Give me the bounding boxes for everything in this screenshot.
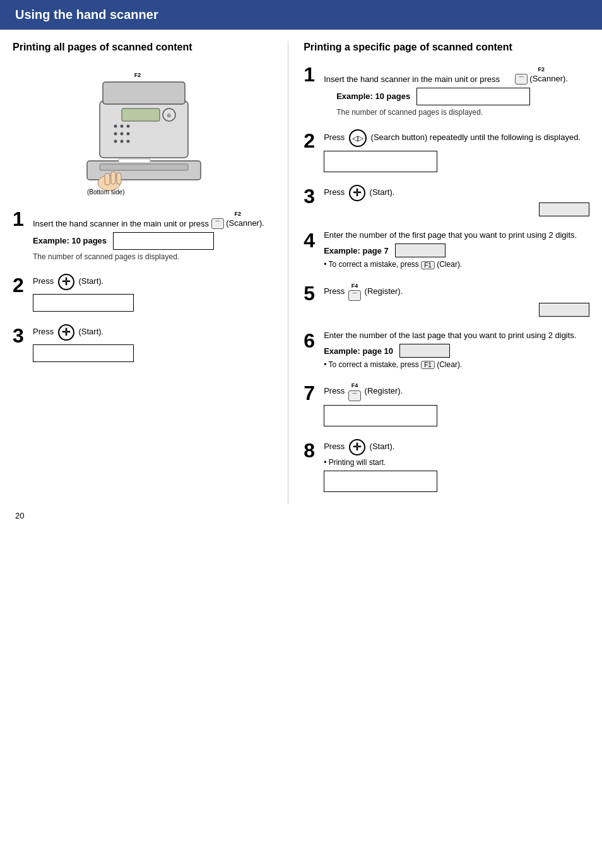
right-step-1-key-label: (Scanner). bbox=[529, 74, 568, 83]
right-step-4-text: Enter the number of the first page that … bbox=[324, 229, 589, 242]
right-f4-key-5: ⌒ bbox=[348, 290, 361, 301]
right-example-page-10: Example: page 10 bbox=[324, 346, 393, 356]
right-step-5-content: Press F4 ⌒ (Register). bbox=[324, 282, 589, 317]
right-step-5-number: 5 bbox=[304, 283, 321, 303]
left-step-2-content: Press ✛ (Start). bbox=[33, 274, 275, 312]
header-bar: Using the hand scanner bbox=[0, 0, 602, 30]
right-step-6-number: 6 bbox=[304, 331, 321, 351]
svg-rect-16 bbox=[100, 164, 188, 170]
right-step-7-text: Press F4 ⌒ (Register). bbox=[324, 382, 589, 401]
right-step-6-example-row: Example: page 10 bbox=[324, 344, 589, 358]
svg-point-8 bbox=[127, 132, 130, 135]
right-f1-key-4: F1 bbox=[421, 261, 435, 269]
right-step-8-text: Press ✛ (Start). bbox=[324, 439, 589, 455]
right-step-5-text: Press F4 ⌒ (Register). bbox=[324, 282, 589, 302]
right-step-7-number: 7 bbox=[304, 383, 321, 403]
left-start-btn-3[interactable]: ✛ bbox=[58, 324, 74, 341]
right-step-8-number: 8 bbox=[304, 440, 321, 460]
right-step-6-clear-label: (Clear). bbox=[437, 360, 462, 369]
right-step-3-text: Press ✛ (Start). bbox=[324, 185, 589, 201]
svg-rect-18 bbox=[105, 173, 110, 185]
right-step-4: 4 Enter the number of the first page tha… bbox=[304, 229, 589, 269]
right-step-7-display bbox=[324, 405, 437, 426]
right-step-2-press-pre: Press bbox=[324, 132, 345, 142]
left-example-10-pages: Example: 10 pages bbox=[33, 236, 107, 245]
right-step-1-text: Insert the hand scanner in the main unit… bbox=[324, 63, 589, 85]
right-step-1-insert-text: Insert the hand scanner in the main unit… bbox=[324, 74, 500, 83]
svg-text:(Bottom side): (Bottom side) bbox=[87, 189, 124, 196]
svg-point-7 bbox=[121, 132, 124, 135]
right-step-4-example-row: Example: page 7 bbox=[324, 243, 589, 257]
left-start-btn-2[interactable]: ✛ bbox=[58, 274, 74, 290]
left-step-1-number: 1 bbox=[13, 209, 30, 229]
right-step-7-content: Press F4 ⌒ (Register). bbox=[324, 382, 589, 426]
right-step-1-number: 1 bbox=[304, 64, 321, 85]
right-step-6-content: Enter the number of the last page that y… bbox=[324, 329, 589, 370]
right-step-4-number: 4 bbox=[304, 230, 321, 250]
right-step-6-bullet-text: To correct a mistake, press bbox=[328, 360, 418, 369]
left-step-3-text: Press ✛ (Start). bbox=[33, 324, 275, 341]
right-step-4-bullet: • To correct a mistake, press F1 (Clear)… bbox=[324, 260, 589, 269]
left-step-2: 2 Press ✛ (Start). bbox=[13, 274, 275, 312]
right-step-4-content: Enter the number of the first page that … bbox=[324, 229, 589, 269]
right-start-btn-3[interactable]: ✛ bbox=[349, 185, 365, 201]
page-footer: 20 bbox=[0, 505, 602, 527]
svg-rect-20 bbox=[117, 173, 121, 184]
svg-point-6 bbox=[114, 132, 117, 135]
right-step-2-number: 2 bbox=[304, 131, 321, 151]
right-step-2-press-post: (Search button) repeatedly until the fol… bbox=[371, 132, 581, 142]
left-step-1-content: Insert the hand scanner in the main unit… bbox=[33, 208, 275, 261]
right-example-10-pages: Example: 10 pages bbox=[336, 91, 410, 101]
right-step-7-register-label: (Register). bbox=[365, 386, 403, 396]
svg-point-4 bbox=[121, 124, 124, 127]
fax-illustration: ⊕ F2 (Bottom side) bbox=[81, 63, 207, 196]
svg-point-10 bbox=[121, 139, 124, 143]
left-step-2-start-label: (Start). bbox=[78, 276, 103, 286]
left-step-3: 3 Press ✛ (Start). bbox=[13, 324, 275, 362]
right-step-3: 3 Press ✛ (Start). bbox=[304, 185, 589, 216]
left-step-3-number: 3 bbox=[13, 326, 30, 346]
right-step-2-content: Press ◁▷ (Search button) repeatedly unti… bbox=[324, 129, 589, 172]
right-step-5: 5 Press F4 ⌒ (Register). bbox=[304, 282, 589, 317]
right-step-1-example-row: Example: 10 pages bbox=[336, 88, 589, 105]
right-step-8-display bbox=[324, 471, 437, 492]
svg-rect-2 bbox=[122, 108, 160, 121]
svg-point-5 bbox=[127, 124, 130, 127]
right-step-7-press: Press bbox=[324, 386, 345, 396]
left-step-2-press: Press bbox=[33, 276, 54, 286]
right-example-page-7: Example: page 7 bbox=[324, 246, 389, 255]
right-step-4-display bbox=[395, 243, 446, 257]
right-step-5-display bbox=[539, 303, 589, 317]
svg-text:⊕: ⊕ bbox=[167, 112, 172, 119]
right-search-btn[interactable]: ◁▷ bbox=[349, 129, 367, 147]
right-step-8: 8 Press ✛ (Start). • Printing will start… bbox=[304, 439, 589, 492]
right-step-8-bullet: • Printing will start. bbox=[324, 458, 589, 467]
left-step-1: 1 Insert the hand scanner in the main un… bbox=[13, 208, 275, 261]
left-step-2-text: Press ✛ (Start). bbox=[33, 274, 275, 290]
right-step-2-text: Press ◁▷ (Search button) repeatedly unti… bbox=[324, 129, 589, 147]
left-column: Printing all pages of scanned content bbox=[13, 41, 288, 505]
right-step-6-bullet: • To correct a mistake, press F1 (Clear)… bbox=[324, 360, 589, 369]
right-step-8-content: Press ✛ (Start). • Printing will start. bbox=[324, 439, 589, 492]
left-step-1-key-label: (Scanner). bbox=[226, 218, 264, 228]
right-step-1-display bbox=[416, 88, 530, 105]
right-step-1-note: The number of scanned pages is displayed… bbox=[336, 108, 589, 117]
right-f1-key-6: F1 bbox=[421, 361, 435, 369]
right-step-7: 7 Press F4 ⌒ (Register). bbox=[304, 382, 589, 426]
left-step-1-insert-text: Insert the hand scanner in the main unit… bbox=[33, 218, 209, 228]
right-f4-key-7: ⌒ bbox=[348, 390, 361, 401]
svg-point-9 bbox=[114, 139, 117, 143]
right-step-2: 2 Press ◁▷ (Search button) repeatedly un… bbox=[304, 129, 589, 172]
svg-rect-21 bbox=[119, 159, 150, 163]
right-start-btn-8[interactable]: ✛ bbox=[349, 439, 365, 455]
right-step-6: 6 Enter the number of the last page that… bbox=[304, 329, 589, 370]
right-step-5-press: Press bbox=[324, 286, 345, 296]
right-step-4-bullet-text: To correct a mistake, press bbox=[328, 260, 418, 269]
svg-rect-19 bbox=[111, 172, 115, 184]
left-step-3-press: Press bbox=[33, 327, 54, 336]
left-step-2-display bbox=[33, 294, 134, 312]
left-step-3-content: Press ✛ (Start). bbox=[33, 324, 275, 362]
left-f2-key: ⌒ bbox=[211, 218, 224, 229]
right-column: Printing a specific page of scanned cont… bbox=[288, 41, 589, 505]
left-step-2-number: 2 bbox=[13, 275, 30, 295]
